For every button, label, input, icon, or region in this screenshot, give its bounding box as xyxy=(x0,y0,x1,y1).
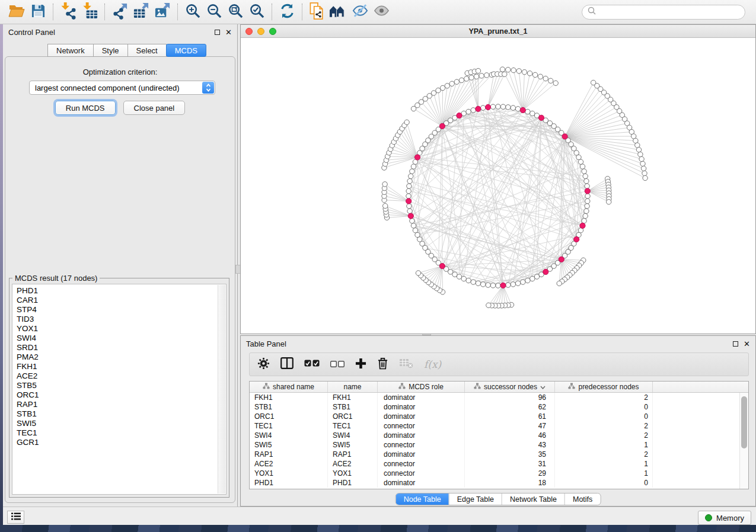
export-table-button[interactable] xyxy=(130,2,152,22)
table-cell[interactable]: dominator xyxy=(378,412,465,421)
mcds-node-item[interactable]: SRD1 xyxy=(12,343,226,352)
table-row[interactable]: RAP1RAP1dominator352 xyxy=(250,450,739,459)
table-cell[interactable]: 1 xyxy=(555,440,653,450)
tab-network-table[interactable]: Network Table xyxy=(502,493,565,505)
mcds-node-item[interactable]: SWI5 xyxy=(12,419,226,428)
table-cell[interactable]: FKH1 xyxy=(328,393,378,402)
table-cell[interactable]: TEC1 xyxy=(328,421,378,431)
table-cell[interactable]: 47 xyxy=(465,421,555,431)
table-row[interactable]: PHD1PHD1dominator180 xyxy=(250,478,739,488)
table-cell[interactable]: 96 xyxy=(465,393,555,402)
table-cell[interactable]: ORC1 xyxy=(250,412,328,421)
table-cell[interactable]: YOX1 xyxy=(250,469,328,478)
tab-network[interactable]: Network xyxy=(47,44,94,57)
table-cell[interactable]: ACE2 xyxy=(250,459,328,469)
tab-edge-table[interactable]: Edge Table xyxy=(449,493,502,505)
mcds-node-item[interactable]: STB1 xyxy=(12,409,226,419)
select-all-columns-button[interactable] xyxy=(304,359,320,370)
table-cell[interactable]: 2 xyxy=(555,431,653,440)
table-cell[interactable]: dominator xyxy=(378,431,465,440)
close-window-icon[interactable] xyxy=(245,28,253,35)
table-cell[interactable]: 43 xyxy=(465,440,555,450)
table-cell[interactable]: connector xyxy=(378,440,465,450)
table-cell[interactable]: 46 xyxy=(465,431,555,440)
open-file-button[interactable] xyxy=(6,2,27,22)
maximize-window-icon[interactable] xyxy=(269,28,276,35)
mcds-node-item[interactable]: STP4 xyxy=(12,305,226,315)
table-cell[interactable]: 0 xyxy=(555,478,653,488)
clone-network-button[interactable] xyxy=(307,2,328,22)
column-header-3[interactable]: successor nodes xyxy=(465,382,555,392)
function-builder-button[interactable]: f(x) xyxy=(424,358,441,370)
table-cell[interactable]: 0 xyxy=(555,412,653,421)
mcds-node-item[interactable]: ACE2 xyxy=(12,371,226,381)
apply-layout-button[interactable] xyxy=(276,2,298,22)
zoom-fit-button[interactable] xyxy=(225,2,246,22)
table-cell[interactable]: 1 xyxy=(555,459,653,469)
table-row[interactable]: FKH1FKH1dominator962 xyxy=(250,393,739,402)
first-neighbors-button[interactable] xyxy=(328,2,349,22)
table-cell[interactable]: YOX1 xyxy=(328,469,378,478)
table-row[interactable]: STB1STB1dominator620 xyxy=(250,402,739,412)
table-cell[interactable]: RAP1 xyxy=(250,450,328,459)
table-cell[interactable]: dominator xyxy=(378,402,465,412)
float-panel-icon[interactable] xyxy=(215,30,220,35)
mcds-node-item[interactable]: TID3 xyxy=(12,315,226,324)
table-cell[interactable]: TEC1 xyxy=(250,421,328,431)
list-scrollbar[interactable] xyxy=(218,285,225,493)
table-cell[interactable]: SWI5 xyxy=(328,440,378,450)
mcds-node-item[interactable]: PMA2 xyxy=(12,352,226,362)
table-cell[interactable]: 29 xyxy=(465,469,555,478)
mcds-node-item[interactable]: PHD1 xyxy=(12,286,226,296)
criterion-dropdown[interactable]: largest connected component (undirected) xyxy=(29,81,215,95)
network-window-titlebar[interactable]: YPA_prune.txt_1 xyxy=(241,25,755,38)
table-cell[interactable]: STB1 xyxy=(250,402,328,412)
column-header-1[interactable]: name xyxy=(328,382,378,392)
table-cell[interactable]: 62 xyxy=(465,402,555,412)
table-cell[interactable]: dominator xyxy=(378,478,465,488)
show-all-button[interactable] xyxy=(371,2,392,22)
scrollbar-thumb[interactable] xyxy=(741,396,747,448)
table-cell[interactable]: dominator xyxy=(378,450,465,459)
table-cell[interactable]: connector xyxy=(378,469,465,478)
table-cell[interactable]: SWI4 xyxy=(250,431,328,440)
column-header-4[interactable]: predecessor nodes xyxy=(555,382,653,392)
zoom-selected-button[interactable] xyxy=(246,2,267,22)
table-row[interactable]: SWI5SWI5connector431 xyxy=(250,440,739,450)
table-cell[interactable]: 31 xyxy=(465,459,555,469)
table-cell[interactable]: 2 xyxy=(555,393,653,402)
save-session-button[interactable] xyxy=(27,2,49,22)
mcds-node-item[interactable]: TEC1 xyxy=(12,428,226,438)
column-header-2[interactable]: MCDS role xyxy=(378,382,465,392)
table-cell[interactable]: ACE2 xyxy=(328,459,378,469)
sort-caret-icon[interactable] xyxy=(540,383,546,391)
tab-node-table[interactable]: Node Table xyxy=(396,493,449,505)
run-mcds-button[interactable]: Run MCDS xyxy=(55,101,116,115)
table-row[interactable]: SWI4SWI4dominator462 xyxy=(250,431,739,440)
tab-mcds[interactable]: MCDS xyxy=(166,44,206,57)
table-cell[interactable]: 2 xyxy=(555,421,653,431)
table-cell[interactable]: PHD1 xyxy=(250,478,328,488)
import-network-button[interactable] xyxy=(58,2,79,22)
tab-select[interactable]: Select xyxy=(127,44,167,57)
table-settings-button[interactable] xyxy=(257,357,270,372)
column-header-0[interactable]: shared name xyxy=(250,382,328,392)
table-cell[interactable]: 1 xyxy=(555,469,653,478)
delete-table-button[interactable] xyxy=(399,358,413,371)
table-cell[interactable]: 61 xyxy=(465,412,555,421)
zoom-out-button[interactable] xyxy=(203,2,225,22)
mcds-node-item[interactable]: SWI4 xyxy=(12,334,226,343)
table-cell[interactable]: connector xyxy=(378,421,465,431)
table-cell[interactable]: PHD1 xyxy=(328,478,378,488)
search-input[interactable] xyxy=(599,8,739,16)
mcds-result-list[interactable]: PHD1CAR1STP4TID3YOX1SWI4SRD1PMA2FKH1ACE2… xyxy=(12,284,227,495)
import-table-button[interactable] xyxy=(79,2,100,22)
close-panel-icon[interactable]: ✕ xyxy=(225,28,232,36)
table-cell[interactable]: 0 xyxy=(555,402,653,412)
table-cell[interactable]: FKH1 xyxy=(250,393,328,402)
table-cell[interactable]: 2 xyxy=(555,450,653,459)
mcds-node-item[interactable]: ORC1 xyxy=(12,390,226,400)
float-panel-icon[interactable] xyxy=(733,341,738,347)
network-canvas[interactable] xyxy=(241,38,755,334)
table-cell[interactable]: 35 xyxy=(465,450,555,459)
